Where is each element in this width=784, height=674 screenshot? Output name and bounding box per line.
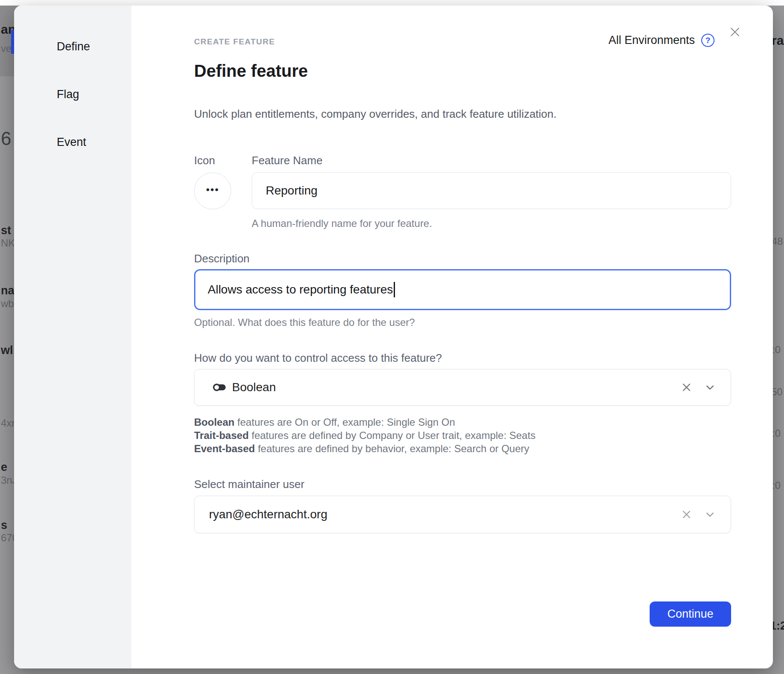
help-icon[interactable]: ? [701,34,714,47]
backdrop-text-fragment: 4xr [1,417,15,429]
access-type-help: Boolean features are On or Off, example:… [194,415,535,455]
step-event[interactable]: Event [57,136,86,149]
help-line: Boolean features are On or Off, example:… [194,415,535,429]
backdrop-text-fragment: wl [1,344,13,357]
modal-main: CREATE FEATURE All Environments ? Define… [131,6,773,668]
description-input[interactable]: Allows access to reporting features [194,269,731,310]
x-glyph [729,26,741,38]
step-flag[interactable]: Flag [57,88,79,101]
clear-icon[interactable] [682,383,691,392]
screen: an vel 6 st I NK na wb wl 4xr e 3nJ s 67… [0,0,784,674]
backdrop-text-fragment: :0 [772,479,781,491]
backdrop-text-fragment: wb [1,298,14,310]
chevron-down-icon[interactable] [705,382,715,393]
help-line: Trait-based features are defined by Comp… [194,429,535,442]
backdrop-text-fragment: NK [1,237,15,249]
environments-label: All Environments [608,34,695,47]
description-value: Allows access to reporting features [208,283,393,296]
maintainer-label: Select maintainer user [194,478,305,491]
chevron-down-icon[interactable] [705,509,715,520]
page-title: Define feature [194,61,308,81]
help-line: Event-based features are defined by beha… [194,442,535,455]
eyebrow-label: CREATE FEATURE [194,37,275,46]
backdrop-text-fragment: 6 [1,128,11,149]
top-strip [0,0,784,6]
modal-steps-sidebar: Define Flag Event [14,6,131,668]
step-define[interactable]: Define [57,40,90,53]
close-icon[interactable] [729,26,741,38]
backdrop-text-fragment: 50 [771,386,783,398]
backdrop-text-fragment: e [1,461,7,474]
backdrop-text-fragment: ra [772,33,784,48]
create-feature-modal: Define Flag Event CREATE FEATURE All Env… [14,6,773,668]
backdrop-text-fragment: :0 [772,344,781,356]
maintainer-select[interactable]: ryan@echternacht.org [194,496,731,533]
feature-name-label: Feature Name [252,154,322,167]
toggle-icon [212,383,227,392]
backdrop-text-fragment: :0 [772,427,781,439]
access-type-value: Boolean [232,381,276,394]
feature-name-input[interactable] [252,172,731,209]
backdrop-text-fragment: s [1,519,7,532]
feature-name-helper: A human-friendly name for your feature. [252,218,432,230]
text-cursor [394,282,395,297]
clear-icon[interactable] [682,510,691,520]
description-label: Description [194,252,250,265]
icon-picker-button[interactable]: ••• [194,172,231,209]
ellipsis-icon: ••• [206,185,219,198]
continue-button[interactable]: Continue [650,601,731,627]
access-type-select[interactable]: Boolean [194,369,731,406]
maintainer-value: ryan@echternacht.org [209,508,327,521]
description-helper: Optional. What does this feature do for … [194,317,415,328]
environment-scope: All Environments ? [608,34,714,47]
backdrop-text-fragment: 48 [772,235,783,247]
backdrop-text-fragment: na [1,284,15,297]
access-control-label: How do you want to control access to thi… [194,352,442,365]
page-subtitle: Unlock plan entitlements, company overri… [194,107,557,121]
icon-label: Icon [194,154,215,167]
